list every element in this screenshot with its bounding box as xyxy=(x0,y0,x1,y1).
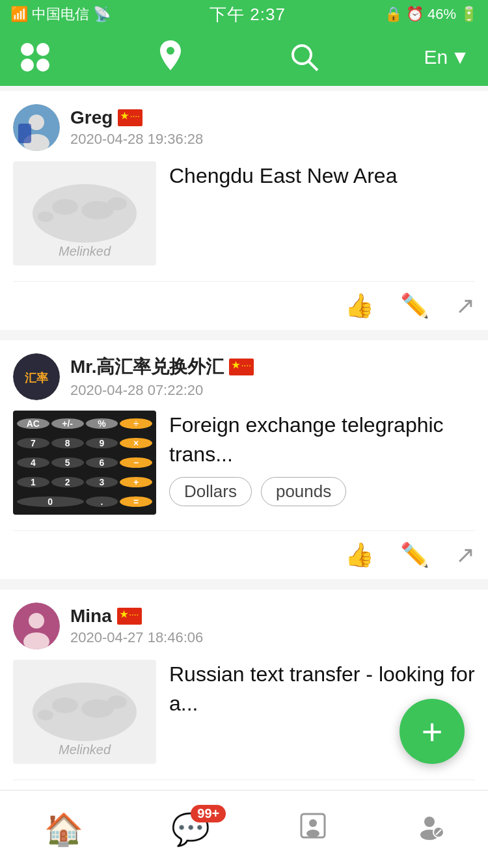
messages-badge: 99+ xyxy=(191,805,226,822)
share-button[interactable]: ↗ xyxy=(455,292,475,319)
lang-label: En xyxy=(424,46,448,68)
lock-icon: 🔒 xyxy=(385,6,402,23)
post-title: Foreign exchange telegraphic trans... xyxy=(169,411,475,469)
nav-bar: En ▼ xyxy=(0,29,488,86)
user-info: Greg 2020-04-28 19:36:28 xyxy=(70,107,475,148)
svg-rect-9 xyxy=(18,124,31,143)
svg-line-5 xyxy=(308,61,318,70)
user-info: Mina 2020-04-27 18:46:06 xyxy=(70,606,475,646)
battery-icon: 🔋 xyxy=(460,6,478,23)
share-button[interactable]: ↗ xyxy=(455,541,475,569)
tab-messages[interactable]: 💬 99+ xyxy=(171,811,210,848)
svg-point-4 xyxy=(293,46,311,64)
svg-point-21 xyxy=(52,698,78,713)
post-actions: 👍 ✏️ ↗ xyxy=(13,530,475,579)
avatar xyxy=(13,603,60,649)
post-card: 汇率 Mr.高汇率兑换外汇 2020-04-28 07:22:20 AC +/-… xyxy=(0,340,488,579)
post-image: Melinked xyxy=(13,660,156,764)
like-button[interactable]: 👍 xyxy=(345,292,374,319)
post-image: Melinked xyxy=(13,161,156,265)
user-name: Greg xyxy=(70,107,475,128)
avatar xyxy=(13,104,60,151)
comment-button[interactable]: ✏️ xyxy=(400,292,429,319)
world-map-label: Melinked xyxy=(59,742,111,757)
tab-home[interactable]: 🏠 xyxy=(44,811,83,848)
svg-point-38 xyxy=(309,819,317,827)
status-time: 下午 2:37 xyxy=(210,3,286,26)
flag-china xyxy=(117,608,142,625)
post-header: Mina 2020-04-27 18:46:06 xyxy=(13,603,475,649)
user-name: Mr.高汇率兑换外汇 xyxy=(70,355,475,379)
profile-icon xyxy=(415,811,444,847)
calculator-image: AC +/- % ÷ 7 8 9 × 4 5 6 − 1 2 3 + 0 . = xyxy=(13,411,156,515)
svg-point-13 xyxy=(107,197,127,210)
apps-icon[interactable] xyxy=(18,40,52,74)
status-bar: 📶 中国电信 📡 下午 2:37 🔒 ⏰ 46% 🔋 xyxy=(0,0,488,29)
tab-contacts[interactable] xyxy=(299,811,327,847)
user-info: Mr.高汇率兑换外汇 2020-04-28 07:22:20 xyxy=(70,355,475,399)
post-time: 2020-04-28 07:22:20 xyxy=(70,382,475,399)
battery-level: 46% xyxy=(427,6,456,23)
world-map-label: Melinked xyxy=(59,244,111,259)
tab-bar: 🏠 💬 99+ xyxy=(0,790,488,868)
flag-china xyxy=(118,109,142,126)
post-header: 汇率 Mr.高汇率兑换外汇 2020-04-28 07:22:20 xyxy=(13,353,475,400)
svg-point-11 xyxy=(52,199,78,215)
language-selector[interactable]: En ▼ xyxy=(424,46,470,68)
user-name: Mina xyxy=(70,606,475,627)
svg-point-0 xyxy=(21,43,34,56)
tag-pounds[interactable]: pounds xyxy=(261,477,346,506)
contacts-icon xyxy=(299,811,327,847)
alarm-icon: ⏰ xyxy=(406,6,424,23)
svg-point-2 xyxy=(21,59,34,72)
comment-button[interactable]: ✏️ xyxy=(400,541,429,569)
nav-right: En ▼ xyxy=(424,46,470,68)
status-right: 🔒 ⏰ 46% 🔋 xyxy=(385,6,478,23)
post-header: Greg 2020-04-28 19:36:28 xyxy=(13,104,475,151)
search-icon[interactable] xyxy=(289,42,320,73)
post-content: Melinked Chengdu East New Area xyxy=(13,161,475,273)
post-content: AC +/- % ÷ 7 8 9 × 4 5 6 − 1 2 3 + 0 . = xyxy=(13,411,475,522)
signal-icon: 📶 xyxy=(10,6,28,23)
wifi-icon: 📡 xyxy=(93,6,111,23)
post-title: Chengdu East New Area xyxy=(169,161,475,191)
svg-point-24 xyxy=(38,710,53,720)
svg-point-23 xyxy=(107,696,127,709)
avatar: 汇率 xyxy=(13,353,60,400)
svg-point-39 xyxy=(306,830,319,837)
post-time: 2020-04-27 18:46:06 xyxy=(70,629,475,646)
svg-point-1 xyxy=(36,43,49,56)
post-card: Greg 2020-04-28 19:36:28 Melinked Chengd… xyxy=(0,91,488,330)
svg-point-18 xyxy=(29,613,44,629)
flag-china xyxy=(229,359,254,375)
svg-point-40 xyxy=(424,817,435,827)
carrier-name: 中国电信 xyxy=(32,5,89,24)
tag-dollars[interactable]: Dollars xyxy=(169,477,252,506)
svg-point-14 xyxy=(38,211,53,222)
tab-profile[interactable] xyxy=(415,811,444,847)
chevron-down-icon: ▼ xyxy=(450,46,470,68)
home-icon: 🏠 xyxy=(44,811,83,848)
location-icon[interactable] xyxy=(156,40,185,74)
post-actions: 👍 ✏️ ↗ xyxy=(13,281,475,330)
post-time: 2020-04-28 19:36:28 xyxy=(70,131,475,148)
tags-row: Dollars pounds xyxy=(169,477,475,506)
like-button[interactable]: 👍 xyxy=(345,541,374,569)
svg-text:汇率: 汇率 xyxy=(25,371,49,385)
status-carrier: 📶 中国电信 📡 xyxy=(10,5,111,24)
svg-point-3 xyxy=(36,59,49,72)
create-post-button[interactable]: + xyxy=(400,699,465,764)
